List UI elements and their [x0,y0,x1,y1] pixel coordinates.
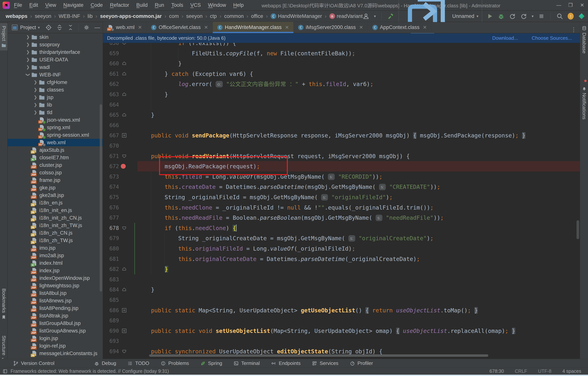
line-number[interactable]: 671 [103,151,119,161]
chevron-down-icon[interactable]: ▾ [38,25,40,30]
tree-item-ssoproxy[interactable]: ❯ssoproxy [8,41,103,48]
fold-marker-icon[interactable] [121,43,127,46]
close-icon[interactable]: ✕ [423,25,427,30]
line-number[interactable]: 660 [103,58,119,69]
breadcrumb-item-web-inf[interactable]: WEB-INF [59,13,80,19]
tree-item-spring-session.xml[interactable]: <>spring-session.xml [8,131,103,139]
tree-item-listA8Pending.jsp[interactable]: JSPlistA8Pending.jsp [8,304,103,312]
fold-marker-icon[interactable] [121,133,127,138]
layout-icon[interactable] [3,369,8,374]
tree-item-index.jsp[interactable]: JSPindex.jsp [8,267,103,274]
code-line-659[interactable]: 659 FileUtils.copyFile(f, new File(conte… [103,48,580,59]
tree-item-login.jsp[interactable]: JSPlogin.jsp [8,334,103,342]
code-line-685[interactable]: 685 [103,295,580,305]
line-number[interactable]: 683 [103,274,119,285]
fold-marker-icon[interactable] [121,287,127,292]
tree-item-colsso.jsp[interactable]: JSPcolsso.jsp [8,169,103,177]
menu-view[interactable]: View [45,2,56,8]
tree-item-jsp[interactable]: ❯jsp [8,94,103,101]
tool-window-button-spring[interactable]: Spring [195,360,228,366]
tree-item-listGroupA8bul.jsp[interactable]: JSPlistGroupA8bul.jsp [8,320,103,327]
caret-position[interactable]: 678:30 [490,368,504,374]
fold-marker-icon[interactable] [121,92,127,97]
line-number[interactable]: 670 [103,141,119,151]
code-line-678[interactable]: 678 if (this.needClone) { [103,223,580,233]
line-number[interactable]: 665 [103,110,119,120]
code-line-684[interactable]: 684 } [103,284,580,295]
tree-item-listA8news.jsp[interactable]: JSPlistA8news.jsp [8,297,103,304]
chevron-collapsed-icon[interactable]: ❯ [25,42,31,47]
chevron-collapsed-icon[interactable]: ❯ [32,103,39,107]
tree-item-i18n_zh_TW.js[interactable]: JSi18n_zh_TW.js [8,237,103,244]
user-icon[interactable] [363,12,369,20]
breadcrumb-item-seeyon[interactable]: seeyon [186,13,203,19]
update-available-icon[interactable]: ↑ [568,13,574,20]
tool-stripe-structure[interactable]: Structure [0,335,8,362]
line-number[interactable]: 672 [103,161,119,172]
code-line-662[interactable]: 662 log.error( o: "公文正文内容备份异常 ：" + this.… [103,79,580,89]
menu-build[interactable]: Build [136,2,148,8]
tool-window-button-services[interactable]: Services [306,360,344,366]
chevron-collapsed-icon[interactable]: ❯ [25,50,31,55]
tree-item-WEB-INF[interactable]: ❯WEB-INF [8,71,103,79]
tool-window-button-endpoints[interactable]: Endpoints [265,360,306,366]
chevron-collapsed-icon[interactable]: ❯ [25,57,31,62]
tree-item-web.xml[interactable]: <>web.xml [8,139,103,146]
menu-help[interactable]: Help [233,2,244,8]
tree-item-USER-DATA[interactable]: ❯USER-DATA [8,56,103,63]
profiler-run-button[interactable] [520,12,527,20]
code-line-695[interactable]: 695 String from = login.sign.stringValue… [103,357,580,359]
tree-scrollbar[interactable] [100,104,102,292]
tree-item-thirdpartyinterface[interactable]: ❯thirdpartyinterface [8,48,103,56]
code-line-666[interactable]: 666 [103,120,580,130]
code-line-689[interactable]: 689 [103,315,580,326]
line-number[interactable]: 675 [103,192,119,202]
breadcrumb-item-com[interactable]: com [169,13,179,19]
line-ending[interactable]: CRLF [515,368,527,374]
tool-window-button-profiler[interactable]: Profiler [344,360,379,366]
menu-tools[interactable]: Tools [171,2,183,8]
close-icon[interactable]: ✕ [285,25,289,30]
code-line-658[interactable]: 658 if (f.exists()) { [103,43,580,48]
tree-item-listA8bul.jsp[interactable]: JSPlistA8bul.jsp [8,289,103,297]
line-number[interactable]: 663 [103,89,119,100]
line-number[interactable]: 685 [103,295,119,305]
tool-stripe-project[interactable]: Project [0,23,8,51]
tree-item-classes[interactable]: ❯classes [8,86,103,94]
close-icon[interactable]: ✕ [204,25,208,30]
code-line-681[interactable]: 681 this.originalCreateDate = Datetimes.… [103,254,580,264]
fold-marker-icon[interactable] [121,225,127,231]
tree-item-listGroupA8news.jsp[interactable]: JSPlistGroupA8news.jsp [8,327,103,334]
line-number[interactable]: 661 [103,69,119,79]
tree-item-i18n_init_zh_CN.js[interactable]: JSi18n_init_zh_CN.js [8,214,103,222]
tab-OfficeServlet.class[interactable]: COfficeServlet.class✕ [147,22,213,33]
code-line-682[interactable]: 682 } [103,264,580,274]
menu-window[interactable]: Window [208,2,226,8]
tree-item-imo2a8.jsp[interactable]: JSPimo2a8.jsp [8,252,103,259]
code-line-674[interactable]: 674 this.createDate = Datetimes.parseDat… [103,182,580,192]
breadcrumb-item-webapps[interactable]: webapps [6,13,28,19]
breadcrumb-item-seeyon-apps-common.jar[interactable]: seeyon-apps-common.jar [100,13,162,19]
code-line-667[interactable]: 667 public void sendPackage(HttpServletR… [103,130,580,141]
file-encoding[interactable]: UTF-8 [538,368,551,374]
line-number[interactable]: 682 [103,264,119,274]
menu-code[interactable]: Code [91,2,103,8]
tree-item-lightweightsso.jsp[interactable]: JSPlightweightsso.jsp [8,282,103,289]
tool-stripe-bookmarks[interactable]: Bookmarks [0,288,8,320]
breadcrumb-item-lib[interactable]: lib [88,13,93,19]
menu-refactor[interactable]: Refactor [110,2,129,8]
tree-item-gke2a8.jsp[interactable]: JSPgke2a8.jsp [8,191,103,199]
chevron-collapsed-icon[interactable]: ❯ [25,65,31,70]
line-number[interactable]: 689 [103,315,119,326]
close-icon[interactable]: ✕ [359,25,363,30]
close-icon[interactable]: ✕ [138,25,142,30]
tree-item-lib[interactable]: ❯lib [8,101,103,109]
line-number[interactable]: 677 [103,213,119,223]
line-number[interactable]: 678 [103,223,119,233]
profiler-chevron-icon[interactable]: ▾ [532,14,534,19]
tool-window-button-version-control[interactable]: Version Control [8,360,60,366]
tree-item-skin[interactable]: ❯skin [8,33,103,41]
menu-navigate[interactable]: Navigate [63,2,84,8]
code-line-675[interactable]: 675 String _originalFileId = msgObj.GetM… [103,192,580,202]
tree-item-listA8trak.jsp[interactable]: JSPlistA8trak.jsp [8,312,103,320]
